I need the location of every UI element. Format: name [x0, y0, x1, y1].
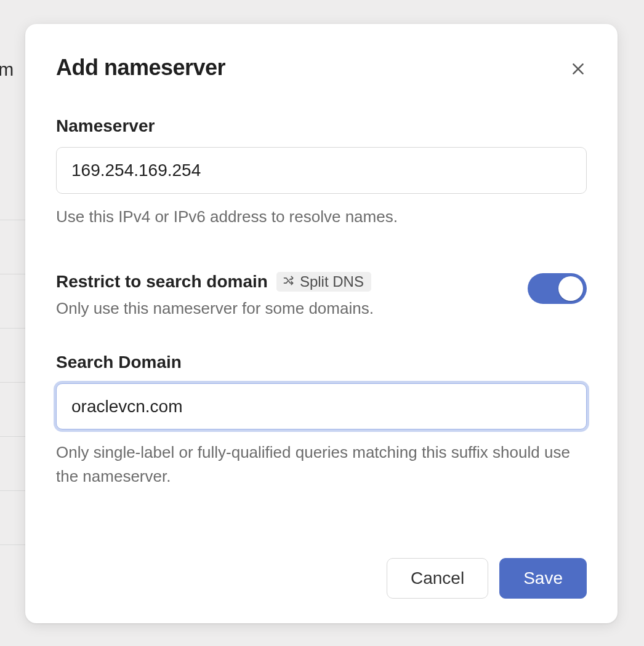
split-dns-badge-label: Split DNS [300, 274, 364, 289]
modal-title: Add nameserver [56, 55, 225, 81]
shuffle-icon [283, 274, 295, 289]
restrict-toggle[interactable] [528, 273, 587, 304]
cancel-button[interactable]: Cancel [387, 558, 488, 599]
nameserver-label: Nameserver [56, 116, 587, 136]
split-dns-badge: Split DNS [276, 272, 371, 292]
close-icon [570, 61, 586, 79]
search-domain-help-text: Only single-label or fully-qualified que… [56, 441, 587, 488]
nameserver-help-text: Use this IPv4 or IPv6 address to resolve… [56, 205, 587, 229]
nameserver-input[interactable] [56, 147, 587, 194]
background-partial-text: am [0, 59, 14, 80]
toggle-knob [558, 276, 583, 301]
save-button[interactable]: Save [499, 558, 587, 599]
restrict-title: Restrict to search domain [56, 272, 268, 292]
restrict-text-group: Restrict to search domain Split DNS [56, 272, 528, 321]
search-domain-label: Search Domain [56, 353, 587, 372]
modal-footer: Cancel Save [56, 540, 587, 599]
add-nameserver-modal: Add nameserver Nameserver Use this IPv4 … [25, 24, 618, 623]
search-domain-input[interactable] [56, 383, 587, 430]
restrict-to-search-domain-row: Restrict to search domain Split DNS [56, 272, 587, 321]
background-row-lines [0, 166, 26, 545]
nameserver-section: Nameserver Use this IPv4 or IPv6 address… [56, 116, 587, 229]
close-button[interactable] [566, 57, 590, 82]
search-domain-section: Search Domain Only single-label or fully… [56, 353, 587, 489]
modal-header: Add nameserver [56, 55, 587, 82]
restrict-description: Only use this nameserver for some domain… [56, 297, 509, 321]
